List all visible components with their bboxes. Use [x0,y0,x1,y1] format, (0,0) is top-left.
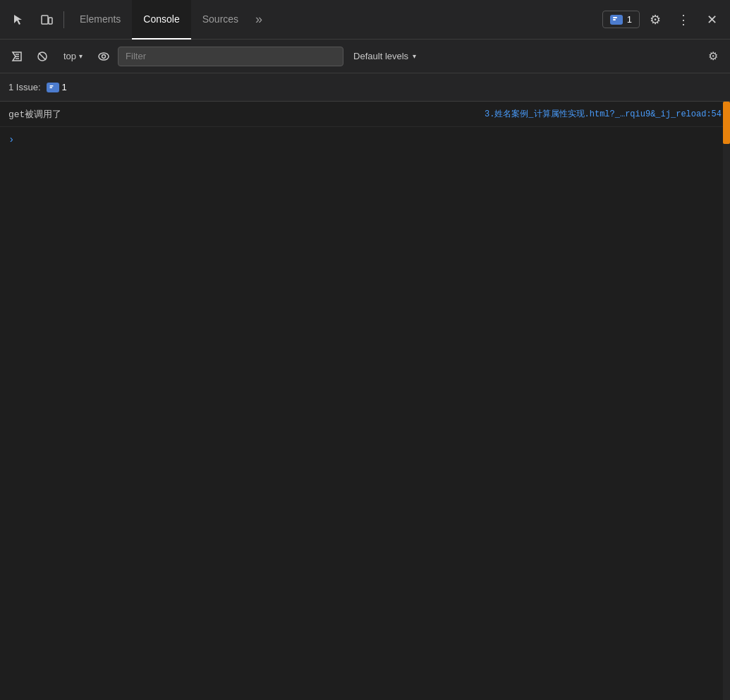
issues-count: 1 [627,14,632,25]
svg-point-14 [102,54,106,58]
settings-icon-btn[interactable]: ⚙ [643,7,668,32]
console-area: get被调用了 3.姓名案例_计算属性实现.html?_…rqiu9&_ij_r… [0,102,730,700]
main-content: top ▾ Default levels ▾ ⚙ 1 Issue: [0,40,730,700]
console-settings-icon: ⚙ [708,49,718,63]
tab-elements[interactable]: Elements [68,0,132,40]
toolbar-left-icons [6,7,59,32]
svg-rect-3 [612,16,621,23]
log-source-link[interactable]: 3.姓名案例_计算属性实现.html?_…rqiu9&_ij_reload:54 [485,108,722,120]
cursor-icon-btn[interactable] [6,7,31,32]
svg-point-13 [99,53,109,60]
device-mode-icon-btn[interactable] [34,7,59,32]
close-icon-btn[interactable]: ✕ [699,7,724,32]
issues-badge-icon [610,15,623,25]
log-message: get被调用了 [8,108,485,121]
tab-list: Elements Console Sources » [68,0,602,39]
issues-badge-square [47,83,59,92]
more-options-icon-btn[interactable]: ⋮ [671,7,696,32]
prompt-arrow-icon: › [8,134,14,145]
svg-rect-17 [49,87,52,88]
console-toolbar: top ▾ Default levels ▾ ⚙ [0,40,730,73]
default-levels-dropdown[interactable]: Default levels ▾ [346,48,423,64]
svg-rect-1 [42,16,48,24]
toolbar-right: 1 ⚙ ⋮ ✕ [602,7,724,32]
console-output: get被调用了 3.姓名案例_计算属性实现.html?_…rqiu9&_ij_r… [0,102,730,152]
issues-badge-count: 1 [62,82,67,92]
tab-console[interactable]: Console [132,0,190,40]
scrollbar-thumb [723,102,730,144]
svg-rect-4 [613,17,617,18]
console-prompt-row: › [0,127,730,152]
more-icon: ⋮ [677,12,690,28]
scrollbar-area[interactable] [723,102,730,700]
top-label: top [63,51,76,61]
svg-rect-16 [49,85,53,87]
svg-marker-0 [14,15,22,25]
log-row: get被调用了 3.姓名案例_计算属性实现.html?_…rqiu9&_ij_r… [0,102,730,127]
issues-bar: 1 Issue: 1 [0,73,730,102]
tab-more-btn[interactable]: » [250,0,268,40]
top-context-dropdown[interactable]: top ▾ [56,48,90,64]
svg-rect-2 [49,18,52,24]
settings-icon: ⚙ [650,12,661,28]
default-levels-label: Default levels [353,51,408,61]
toolbar-divider [63,11,64,28]
issues-count-text: 1 Issue: [8,82,41,92]
close-icon: ✕ [707,12,717,28]
clear-console-btn[interactable] [6,45,28,68]
filter-input[interactable] [118,47,343,66]
svg-rect-5 [613,19,616,20]
issues-badge-inline[interactable]: 1 [47,82,67,92]
top-toolbar: Elements Console Sources » 1 ⚙ ⋮ ✕ [0,0,730,40]
issues-badge[interactable]: 1 [602,11,640,28]
console-settings-btn[interactable]: ⚙ [702,45,724,68]
dropdown-arrow-icon: ▾ [79,52,83,60]
stop-messages-btn[interactable] [31,45,54,68]
svg-line-12 [39,53,46,60]
eye-icon-btn[interactable] [92,45,115,68]
console-prompt-input[interactable] [20,135,722,145]
levels-arrow-icon: ▾ [413,52,416,60]
tab-sources[interactable]: Sources [191,0,250,40]
